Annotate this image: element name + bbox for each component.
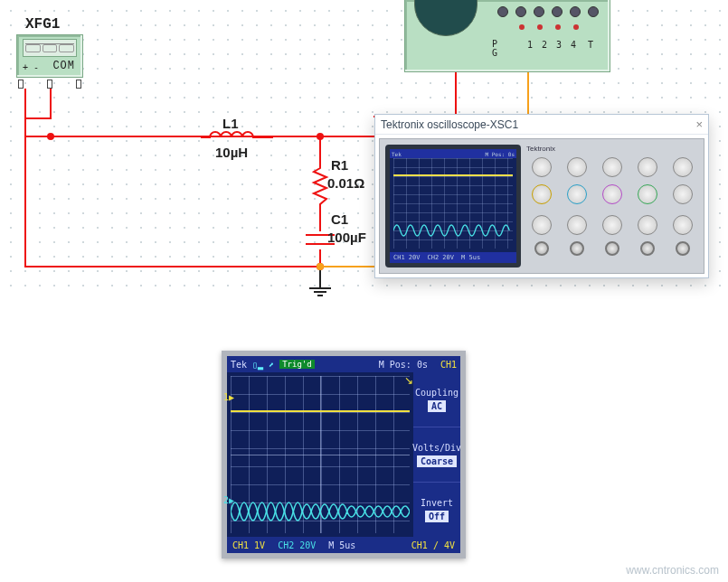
ch2-trace	[231, 492, 410, 531]
pg-labels: PG	[492, 40, 497, 58]
active-channel: CH1	[440, 360, 457, 370]
voltsdiv-label: Volts/Div	[412, 443, 461, 453]
channel-labels: 1 2 3 4 T	[525, 40, 599, 50]
junction	[47, 133, 54, 140]
sidebar-menu[interactable]: Coupling AC Volts/Div Coarse Invert Off	[413, 372, 460, 537]
fn-gen-name: XFG1	[25, 16, 60, 33]
ch1-trace	[231, 410, 410, 412]
bnc-port-icon[interactable]	[570, 241, 584, 256]
coupling-label: Coupling	[415, 388, 459, 398]
voltsdiv-value[interactable]: Coarse	[417, 455, 457, 467]
r1-value: 0.01Ω	[327, 175, 364, 191]
watermark: www.cntronics.com	[626, 564, 719, 577]
knob-icon[interactable]	[638, 157, 657, 177]
oscilloscope-display: Tek ▯▂ ⬈ Trig'd M Pos: 0s CH1 Coupling A…	[222, 351, 466, 559]
knob-icon[interactable]	[602, 157, 622, 177]
bnc-port-icon[interactable]	[605, 241, 619, 256]
scope-mini-display: Tek M Pos: 0s CH1 20V CH2 20V M 5us	[385, 145, 521, 268]
fn-gen-com-label: COM	[52, 60, 75, 72]
knob-icon[interactable]	[638, 184, 657, 204]
oscilloscope-window[interactable]: Tektronix oscilloscope-XSC1 × Tek M Pos:…	[374, 114, 709, 278]
invert-value[interactable]: Off	[425, 511, 449, 522]
ch1-marker: 1▶	[223, 392, 234, 402]
scope-brand: Tektronix	[526, 145, 698, 153]
close-icon[interactable]: ×	[695, 117, 703, 131]
run-icon: ▯▂	[252, 360, 263, 370]
junction	[317, 133, 324, 140]
knob-icon[interactable]	[673, 184, 693, 204]
fn-gen-polarity: + -	[23, 62, 39, 72]
mpos-label: M Pos: 0s	[379, 360, 428, 370]
invert-label: Invert	[421, 498, 453, 508]
coupling-value[interactable]: AC	[428, 400, 446, 412]
ch2-scale: CH2 20V	[278, 540, 316, 550]
ground-icon	[307, 280, 333, 300]
knob-icon[interactable]	[567, 215, 587, 235]
tek-label: Tek	[231, 360, 247, 370]
knob-icon[interactable]	[567, 184, 587, 204]
knob-icon[interactable]	[532, 157, 552, 177]
scope-panel: Tektronix	[526, 145, 698, 268]
knob-icon[interactable]	[602, 215, 622, 235]
inductor-l1	[201, 128, 273, 146]
trigger-status: Trig'd	[279, 360, 315, 369]
trigger-edge-icon: ⬈	[269, 360, 274, 370]
l1-value: 10µH	[215, 145, 248, 160]
trigger-arrow-icon: ↘	[404, 374, 413, 387]
ch1-scale: CH1 1V	[232, 540, 265, 550]
knob-icon[interactable]	[673, 215, 693, 235]
knob-icon[interactable]	[532, 215, 552, 235]
knob-icon[interactable]	[638, 215, 657, 235]
function-generator[interactable]: + - COM	[16, 34, 83, 78]
r1-name: R1	[331, 157, 348, 173]
knob-icon[interactable]	[602, 184, 622, 204]
scope-window-title: Tektronix oscilloscope-XSC1	[381, 118, 518, 131]
trigger-readout: CH1 / 4V	[411, 540, 455, 550]
knob-icon[interactable]	[532, 184, 552, 204]
fn-gen-terminals	[18, 80, 81, 89]
bnc-port-icon[interactable]	[534, 241, 549, 256]
bnc-port-icon[interactable]	[640, 241, 655, 256]
resistor-r1	[311, 163, 329, 215]
bnc-port-icon[interactable]	[676, 241, 690, 256]
oscilloscope-block[interactable]: PG 1 2 3 4 T	[404, 0, 610, 72]
timebase: M 5us	[328, 540, 355, 550]
c1-value: 100µF	[327, 230, 366, 245]
knob-icon[interactable]	[567, 157, 587, 177]
knob-icon[interactable]	[673, 157, 693, 177]
c1-name: C1	[331, 211, 348, 227]
